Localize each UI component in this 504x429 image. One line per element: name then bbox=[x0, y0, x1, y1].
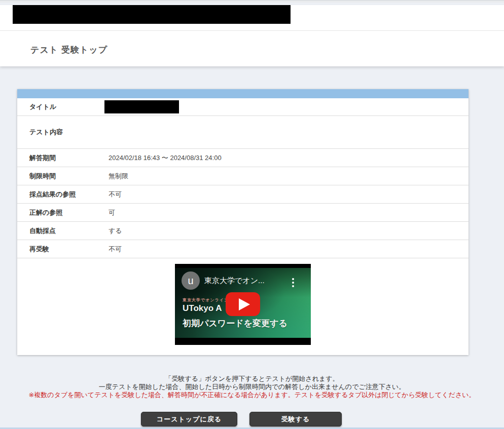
start-test-button[interactable]: 受験する bbox=[249, 412, 342, 426]
card-accent-bar bbox=[17, 89, 469, 98]
row-value: 無制限 bbox=[104, 172, 128, 181]
table-row: 解答期間 2024/02/18 16:43 〜 2024/08/31 24:00 bbox=[17, 149, 469, 167]
table-row: 再受験 不可 bbox=[17, 240, 469, 258]
row-value: 可 bbox=[104, 208, 115, 217]
warning-text: ※複数のタブを開いてテストを受験した場合、解答時間が不正確になる場合があります。… bbox=[0, 391, 504, 399]
redacted-test-title bbox=[104, 100, 179, 113]
site-header: テスト 受験トップ bbox=[0, 5, 504, 66]
row-value: 不可 bbox=[104, 190, 122, 199]
page-title: テスト 受験トップ bbox=[0, 31, 504, 56]
redacted-site-banner bbox=[13, 5, 291, 24]
row-label: テスト内容 bbox=[17, 128, 104, 137]
topbar bbox=[0, 5, 504, 31]
thumbnail-text-line1: UTokyo A bbox=[183, 303, 222, 314]
row-value: 不可 bbox=[104, 245, 122, 254]
row-label: 採点結果の参照 bbox=[17, 190, 104, 199]
row-value: 2024/02/18 16:43 〜 2024/08/31 24:00 bbox=[104, 153, 222, 163]
table-row: 正解の参照 可 bbox=[17, 204, 469, 222]
play-icon bbox=[239, 298, 250, 310]
row-label: タイトル bbox=[17, 102, 104, 111]
video-row: u 東京大学でオン... 東京大学でオンライン授 UTokyo A 初期パスワー… bbox=[17, 264, 469, 355]
thumbnail-text-line2: 初期パスワードを変更する bbox=[183, 318, 287, 329]
title-band: テスト 受験トップ bbox=[0, 31, 504, 66]
row-label: 制限時間 bbox=[17, 172, 104, 181]
row-value: する bbox=[104, 226, 122, 236]
table-row: テスト内容 bbox=[17, 116, 469, 149]
youtube-play-button[interactable] bbox=[226, 292, 260, 316]
table-row: 自動採点 する bbox=[17, 222, 469, 240]
row-label: 正解の参照 bbox=[17, 208, 104, 217]
instructions: 「受験する」ボタンを押下するとテストが開始されます。 一度テストを開始した場合、… bbox=[0, 375, 504, 399]
back-to-course-top-button[interactable]: コーストップに戻る bbox=[141, 412, 237, 426]
row-label: 解答期間 bbox=[17, 153, 104, 163]
window-top-strip bbox=[0, 0, 504, 3]
video-thumbnail[interactable]: u 東京大学でオン... 東京大学でオンライン授 UTokyo A 初期パスワー… bbox=[175, 268, 311, 338]
channel-avatar[interactable]: u bbox=[182, 271, 200, 290]
row-label: 自動採点 bbox=[17, 226, 104, 236]
instruction-line: 「受験する」ボタンを押下するとテストが開始されます。 bbox=[0, 375, 504, 383]
main-content: タイトル テスト内容 解答期間 2024/02/18 16:43 〜 2024/… bbox=[0, 89, 504, 426]
table-row: タイトル bbox=[17, 98, 469, 116]
youtube-embed[interactable]: u 東京大学でオン... 東京大学でオンライン授 UTokyo A 初期パスワー… bbox=[175, 264, 311, 345]
table-row: 制限時間 無制限 bbox=[17, 167, 469, 185]
row-label: 再受験 bbox=[17, 245, 104, 254]
instruction-line: 一度テストを開始した場合、開始した日時から制限時間内での解答しか出来ませんのでご… bbox=[0, 383, 504, 391]
action-buttons: コーストップに戻る 受験する bbox=[0, 412, 493, 426]
table-row: 採点結果の参照 不可 bbox=[17, 185, 469, 204]
test-info-card: タイトル テスト内容 解答期間 2024/02/18 16:43 〜 2024/… bbox=[17, 89, 469, 355]
kebab-menu-icon[interactable] bbox=[291, 277, 296, 289]
video-title-link[interactable]: 東京大学でオン... bbox=[204, 276, 265, 286]
